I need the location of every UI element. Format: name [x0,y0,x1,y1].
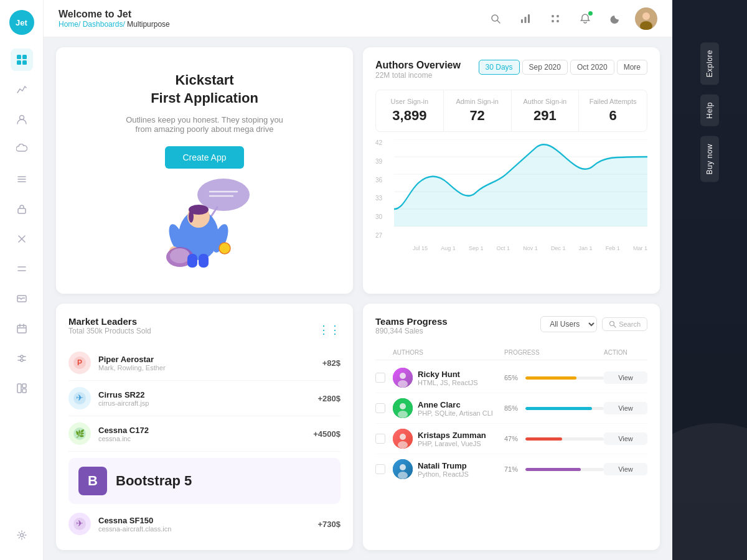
svg-line-72 [614,325,616,327]
cirrus-sub: cirrus-aircraft.jsp [98,399,317,407]
cessna-name: Cessna SF150 [98,516,317,525]
market-leaders-subtitle: Total 350k Products Sold [68,327,151,335]
ricky-view-button[interactable]: View [604,371,647,384]
help-button[interactable]: Help [700,95,719,126]
natali-info: Natali Trump Python, ReactJS [393,459,504,479]
sidebar-icon-user[interactable] [11,108,33,131]
analytics-icon[interactable] [515,9,535,29]
team-row-ricky: Ricky Hunt HTML, JS, ReactJS 65% View [375,363,647,393]
item3-logo: 🌿 [68,422,91,445]
stats-row: User Sign-in 3,899 Admin Sign-in 72 Auth… [375,90,647,132]
tab-sep2020[interactable]: Sep 2020 [522,60,568,75]
chart-y-labels: 423936333027 [375,139,382,239]
svg-point-83 [400,464,406,470]
sidebar-icon-tools[interactable] [11,347,33,370]
natali-progress: 71% [504,465,604,473]
search-bar[interactable]: Search [602,317,647,331]
breadcrumb-home[interactable]: Home/ [59,20,80,29]
svg-point-27 [20,534,23,537]
ricky-progress: 65% [504,374,604,381]
chart-area: 423936333027 [375,139,647,251]
kristaps-info: Kristaps Zumman PHP, Laravel, VueJS [393,429,504,449]
item3-value: +4500$ [313,429,341,439]
right-panel: Explore Help Buy now [672,0,747,560]
sidebar-icon-list[interactable] [11,168,33,190]
item3-sub: cessna.inc [98,435,313,442]
svg-point-47 [189,210,194,223]
ricky-pct: 65% [504,374,522,381]
svg-point-74 [400,373,406,379]
kickstart-title: Kickstart First Application [151,72,258,107]
svg-point-52 [219,243,230,254]
anne-view-button[interactable]: View [604,402,647,414]
stat-admin-signin-label: Admin Sign-in [449,98,506,105]
ricky-name: Ricky Hunt [418,370,478,379]
tab-30days[interactable]: 30 Days [479,60,520,75]
svg-point-23 [21,359,23,362]
cirrus-info: Cirrus SR22 cirrus-aircraft.jsp [98,390,317,407]
piper-sub: Mark, Rowling, Esther [98,364,322,371]
market-item-3: 🌿 Cessna C172 cessna.inc +4500$ [68,416,341,452]
svg-rect-26 [22,389,26,393]
search-placeholder: Search [619,320,641,328]
sidebar-icon-inbox[interactable] [11,287,33,310]
tab-oct2020[interactable]: Oct 2020 [570,60,614,75]
bootstrap-label: Bootstrap 5 [116,473,192,489]
explore-button[interactable]: Explore [700,42,719,85]
row-checkbox[interactable] [375,403,385,413]
row-checkbox[interactable] [375,464,385,474]
stat-failed-value: 6 [584,108,642,124]
notification-dot [588,11,593,16]
svg-rect-3 [22,60,27,65]
row-checkbox[interactable] [375,434,385,444]
sidebar-icon-template[interactable] [11,377,33,399]
stat-admin-signin: Admin Sign-in 72 [444,90,512,131]
cirrus-name: Cirrus SR22 [98,390,317,399]
market-more-icon[interactable]: ⋮⋮ [318,323,341,337]
sidebar-icon-grid[interactable] [11,49,33,71]
kristaps-name: Kristaps Zumman [418,431,486,440]
app-logo[interactable]: Jet [9,10,34,35]
ricky-info: Ricky Hunt HTML, JS, ReactJS [393,368,504,388]
breadcrumb-dashboards[interactable]: Dashboards/ [83,20,125,29]
authors-card-header: Authors Overview 22M total income 30 Day… [375,60,647,87]
cessna-logo: ✈ [68,513,91,535]
svg-rect-8 [18,208,26,213]
bootstrap-icon: B [78,467,107,495]
cirrus-value: +280$ [317,394,341,403]
buy-now-button[interactable]: Buy now [700,136,719,182]
stat-user-signin-label: User Sign-in [381,98,438,105]
user-avatar[interactable] [635,7,657,30]
stat-user-signin-value: 3,899 [381,108,438,124]
sidebar-icon-close[interactable] [11,228,33,250]
svg-point-35 [552,20,554,22]
piper-info: Piper Aerostar Mark, Rowling, Esther [98,355,322,371]
notifications-icon[interactable] [575,9,595,29]
stat-author-signin: Author Sign-in 291 [512,90,580,131]
cessna-info: Cessna SF150 cessna-aircraft.class.icn [98,516,317,533]
search-icon[interactable] [486,9,505,29]
item3-name: Cessna C172 [98,426,313,435]
all-users-select[interactable]: All Users [540,316,597,332]
header-right [486,7,657,30]
grid-apps-icon[interactable] [545,9,565,29]
svg-text:✈: ✈ [76,518,83,528]
kristaps-view-button[interactable]: View [604,432,647,445]
sidebar-icon-settings[interactable] [11,524,33,546]
anne-info: Anne Clarc PHP, SQLite, Artisan CLI [393,398,504,418]
tab-more[interactable]: More [617,60,647,75]
sidebar-icon-calendar[interactable] [11,317,33,340]
chart-content [394,139,647,239]
sidebar-icon-menu[interactable] [11,258,33,280]
row-checkbox[interactable] [375,373,385,383]
sidebar-icon-chart[interactable] [11,78,33,101]
create-app-button[interactable]: Create App [165,146,243,169]
theme-toggle[interactable] [605,9,625,29]
sidebar: Jet [0,0,44,560]
sidebar-icon-lock[interactable] [11,198,33,220]
stat-admin-signin-value: 72 [449,108,506,124]
svg-rect-25 [22,384,26,388]
svg-point-38 [642,12,650,20]
sidebar-icon-cloud[interactable] [11,138,33,161]
svg-point-54 [170,248,190,263]
